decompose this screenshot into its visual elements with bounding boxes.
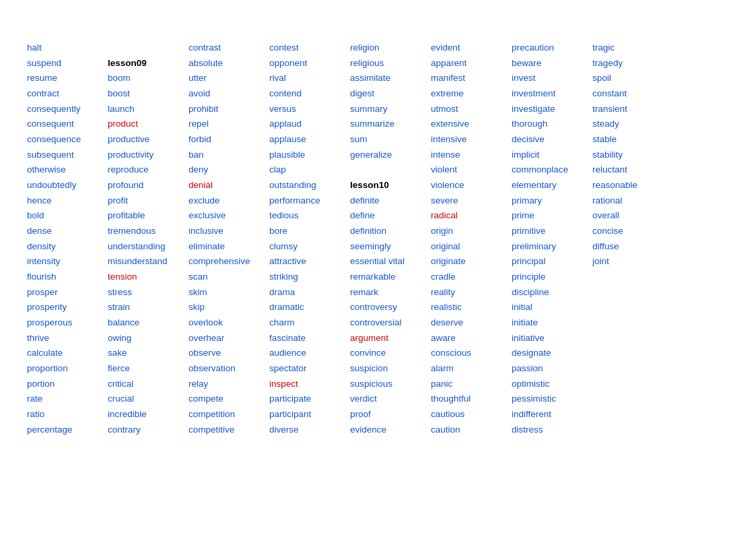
word-item: product [108,117,182,132]
word-item: evident [431,40,505,56]
word-item: density [27,239,101,255]
word-item: prosper [27,285,101,301]
word-item: contract [27,86,101,102]
word-item: joint [592,254,666,270]
word-item: evidence [350,422,424,438]
word-item: otherwise [27,162,101,178]
word-item: investment [512,86,586,102]
word-item: intense [431,148,505,163]
word-item: scan [188,270,263,285]
word-item: dense [27,224,101,239]
word-item: beware [512,56,586,71]
word-item: hence [27,193,101,209]
word-item: prosperity [27,300,101,315]
word-item: applaud [269,117,343,132]
word-item: initiate [512,315,586,331]
word-item: audience [269,346,343,361]
word-item: dramatic [269,300,343,315]
word-item: boost [108,86,182,102]
word-item: observe [188,346,263,361]
word-item: assimilate [350,71,424,86]
word-item: ratio [27,407,101,422]
word-item: compete [188,391,263,407]
word-item: generalize [350,148,424,163]
word-item: utter [188,71,263,86]
word-item: comprehensive [188,254,263,270]
word-item: exclude [188,193,263,209]
word-item: reluctant [592,162,666,178]
word-item: suspicious [350,377,424,392]
word-columns: haltsuspendresumecontractconsequentlycon… [27,40,729,508]
word-item: critical [108,377,182,392]
word-item: exclusive [188,208,263,224]
word-item: lesson10 [350,178,424,193]
word-item: consequent [27,117,101,132]
word-item: consequently [27,102,101,117]
word-item: percentage [27,422,101,438]
word-item: intensity [27,254,101,270]
col5: religionreligiousassimilatedigestsummary… [350,40,431,508]
word-item: investigate [512,102,586,117]
word-item: opponent [269,56,343,71]
word-item: initiative [512,331,586,346]
word-item: thorough [512,117,586,132]
word-item: resume [27,71,101,86]
word-item: argument [350,331,424,346]
word-item: suspend [27,56,101,71]
word-item: violent [431,162,505,178]
word-item: elementary [512,178,586,193]
word-item: applause [269,132,343,148]
word-item: stable [592,132,666,148]
word-item: thoughtful [431,391,505,407]
word-item: caution [431,422,505,438]
word-item: reasonable [592,178,666,193]
word-item: fierce [108,361,182,377]
word-item: optimistic [512,377,586,392]
word-item: rational [592,193,666,209]
word-item: remarkable [350,270,424,285]
word-item: clumsy [269,239,343,255]
word-item: principal [512,254,586,270]
word-item: bore [269,224,343,239]
word-item: thrive [27,331,101,346]
word-item: prosperous [27,315,101,331]
word-item: denial [188,178,263,193]
word-item: prime [512,208,586,224]
word-item: summary [350,102,424,117]
word-item: consequence [27,132,101,148]
word-item: rate [27,391,101,407]
word-item: contest [269,40,343,56]
word-item: constant [592,86,666,102]
word-item: controversial [350,315,424,331]
word-item: undoubtedly [27,178,101,193]
word-item: religious [350,56,424,71]
word-item: forbid [188,132,263,148]
word-item: define [350,208,424,224]
word-item: apparent [431,56,505,71]
word-item: manifest [431,71,505,86]
word-item: attractive [269,254,343,270]
word-item: overhear [188,331,263,346]
word-item: bold [27,208,101,224]
word-item: proof [350,407,424,422]
word-item: steady [592,117,666,132]
word-item: avoid [188,86,263,102]
word-item: tragic [592,40,666,56]
word-item: verdict [350,391,424,407]
word-item: productive [108,132,182,148]
word-item: deny [188,162,263,178]
word-item: controversy [350,300,424,315]
word-item: lesson09 [108,56,182,71]
word-item: balance [108,315,182,331]
word-item: overall [592,208,666,224]
word-item: calculate [27,346,101,361]
word-item: outstanding [269,178,343,193]
word-item: sake [108,346,182,361]
word-item: charm [269,315,343,331]
word-item: absolute [188,56,263,71]
word-item: conscious [431,346,505,361]
word-item: initial [512,300,586,315]
word-item: subsequent [27,148,101,163]
word-item: halt [27,40,101,56]
word-item: flourish [27,270,101,285]
